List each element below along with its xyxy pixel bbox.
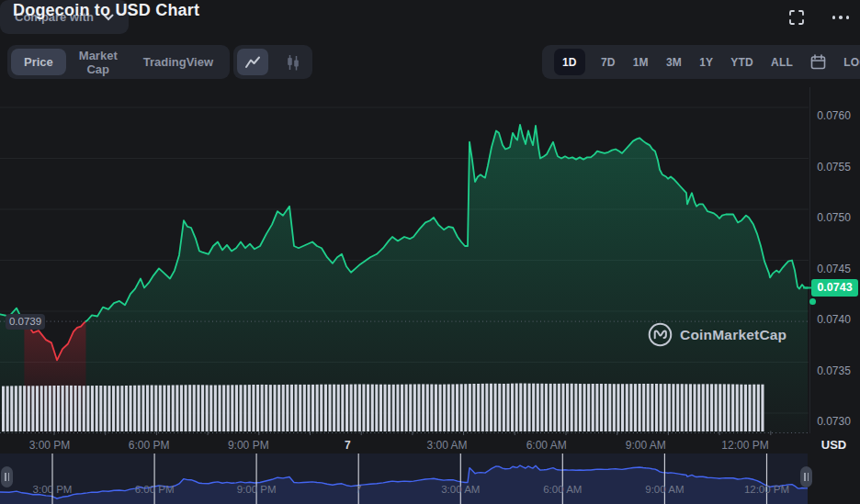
candlestick-chart-type-button[interactable]: [277, 49, 309, 75]
tab-market-cap[interactable]: Market Cap: [66, 49, 130, 75]
line-chart-type-button[interactable]: [237, 49, 268, 75]
navigator-right-handle[interactable]: [800, 466, 812, 487]
fullscreen-icon: [788, 9, 805, 26]
tab-tradingview[interactable]: TradingView: [130, 49, 226, 75]
range-3m[interactable]: 3M: [664, 49, 684, 75]
chart-type-switcher: [233, 45, 312, 79]
candlestick-icon: [286, 54, 300, 71]
current-price-badge: 0.0743: [811, 279, 858, 297]
range-ytd[interactable]: YTD: [729, 49, 755, 75]
tab-price[interactable]: Price: [11, 49, 66, 75]
range-all[interactable]: ALL: [769, 49, 795, 75]
page-title: Dogecoin to USD Chart: [13, 1, 199, 20]
range-1d[interactable]: 1D: [554, 49, 585, 75]
navigator-scrollbar[interactable]: [0, 454, 808, 504]
watermark: CoinMarketCap: [648, 322, 786, 347]
more-menu-button[interactable]: [828, 7, 854, 28]
view-switcher: Price Market Cap TradingView: [7, 45, 230, 79]
open-price-label: 0.0739: [6, 314, 45, 330]
coinmarketcap-logo-icon: [648, 322, 673, 347]
log-scale-toggle[interactable]: LOG: [842, 49, 860, 75]
watermark-text: CoinMarketCap: [680, 327, 786, 343]
doge-usd-chart-widget: 0.07600.07550.07500.07450.07400.07350.07…: [0, 0, 860, 504]
custom-date-button[interactable]: [809, 49, 828, 75]
ellipsis-icon: [831, 16, 852, 19]
range-7d[interactable]: 7D: [599, 49, 617, 75]
currency-label: USD: [808, 438, 860, 452]
navigator-left-handle[interactable]: [1, 466, 13, 487]
fullscreen-button[interactable]: [786, 7, 807, 28]
range-1y[interactable]: 1Y: [697, 49, 715, 75]
time-range-switcher: 1D 7D 1M 3M 1Y YTD ALL LOG: [542, 45, 860, 79]
live-price-dot: [809, 298, 816, 305]
calendar-icon: [810, 54, 826, 70]
main-chart-area[interactable]: [0, 83, 808, 433]
range-1m[interactable]: 1M: [631, 49, 651, 75]
line-chart-icon: [244, 55, 261, 70]
